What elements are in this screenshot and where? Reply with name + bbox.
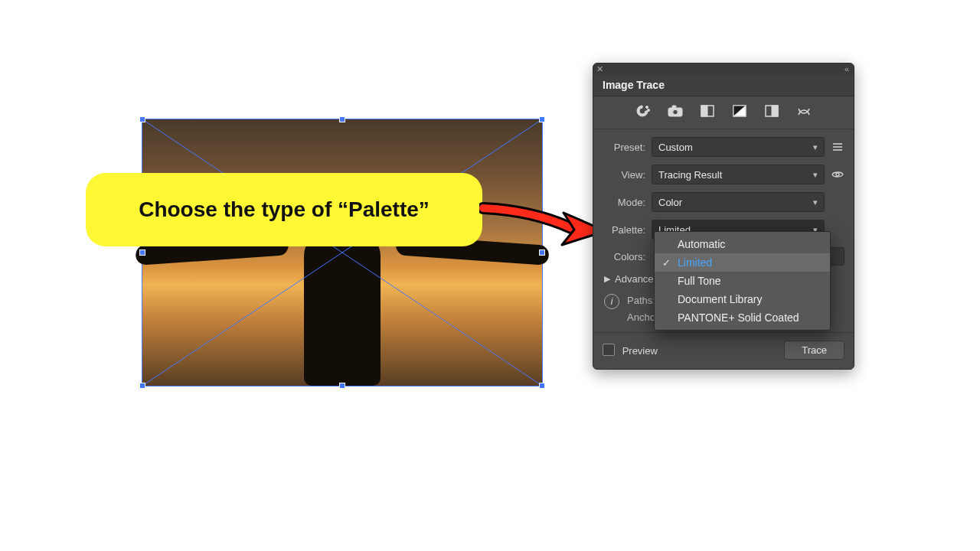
check-icon: ✓ — [662, 257, 671, 269]
autocolor-icon[interactable] — [635, 104, 651, 118]
svg-point-15 — [836, 173, 839, 176]
selection-handle-bottom-right[interactable] — [540, 383, 544, 388]
palette-label: Palette: — [603, 224, 645, 236]
palette-option-label: Automatic — [678, 238, 725, 250]
palette-option[interactable]: ✓Limited — [655, 253, 830, 272]
paths-label: Paths: — [627, 295, 655, 306]
palette-option[interactable]: PANTONE+ Solid Coated — [655, 308, 830, 327]
panel-title-label: Image Trace — [603, 79, 665, 91]
palette-option-label: Document Library — [678, 293, 763, 305]
checkbox-box[interactable] — [603, 344, 615, 356]
palette-option[interactable]: Document Library — [655, 290, 830, 308]
trace-preset-icons-row — [593, 96, 854, 129]
mode-select[interactable]: Color ▾ — [652, 192, 825, 212]
annotation-callout-text: Choose the type of “Palette” — [139, 197, 430, 222]
selection-cross-lines — [142, 119, 542, 386]
preview-checkbox[interactable]: Preview — [603, 344, 658, 357]
trace-button[interactable]: Trace — [784, 341, 844, 360]
selection-handle-top-center[interactable] — [340, 117, 345, 122]
view-label: View: — [603, 169, 645, 181]
panel-title-tab[interactable]: Image Trace — [593, 74, 854, 96]
view-select-value: Tracing Result — [658, 169, 722, 181]
palette-dropdown[interactable]: Automatic✓LimitedFull ToneDocument Libra… — [654, 231, 831, 331]
palette-option[interactable]: Automatic — [655, 235, 830, 253]
selection-handle-middle-left[interactable] — [140, 250, 145, 255]
sunburst-glow — [319, 249, 365, 295]
lineart-icon[interactable] — [796, 104, 812, 118]
image-trace-panel: ✕ « Image Trace — [593, 63, 854, 370]
camera-icon[interactable] — [668, 104, 683, 118]
mode-select-value: Color — [658, 197, 682, 208]
palette-option[interactable]: Full Tone — [655, 272, 830, 290]
close-panel-button[interactable]: ✕ — [596, 64, 603, 74]
blackwhite-icon[interactable] — [732, 104, 747, 118]
palette-option-label: PANTONE+ Solid Coated — [678, 311, 799, 324]
selection-handle-middle-right[interactable] — [540, 250, 544, 255]
colors-label: Colors: — [603, 251, 645, 262]
svg-point-2 — [646, 106, 648, 109]
mode-label: Mode: — [603, 197, 645, 208]
chevron-right-icon: ▶ — [604, 274, 610, 284]
view-select[interactable]: Tracing Result ▾ — [652, 165, 825, 184]
trace-button-label: Trace — [802, 344, 827, 356]
preset-select-value: Custom — [658, 142, 693, 153]
preview-label: Preview — [622, 345, 658, 357]
palette-option-label: Full Tone — [678, 275, 721, 287]
chevron-down-icon: ▾ — [813, 142, 818, 152]
svg-line-0 — [142, 119, 542, 386]
palette-option-label: Limited — [678, 256, 712, 269]
panel-topbar: ✕ « — [593, 64, 854, 74]
grayscale-icon[interactable] — [700, 104, 715, 118]
preset-label: Preset: — [603, 142, 645, 153]
collapse-panel-button[interactable]: « — [844, 64, 849, 74]
selection-handle-top-right[interactable] — [540, 117, 544, 122]
info-icon: i — [604, 294, 619, 309]
chevron-down-icon: ▾ — [813, 170, 818, 180]
selection-handle-top-left[interactable] — [140, 117, 145, 122]
outline-icon[interactable] — [764, 104, 779, 118]
svg-rect-8 — [701, 106, 707, 116]
svg-point-5 — [673, 109, 678, 114]
annotation-callout: Choose the type of “Palette” — [86, 173, 482, 246]
selection-handle-bottom-left[interactable] — [140, 383, 145, 388]
colors-value-box[interactable] — [829, 247, 844, 266]
eye-icon[interactable] — [831, 168, 844, 181]
chevron-down-icon: ▾ — [813, 197, 818, 207]
preset-menu-icon[interactable] — [831, 141, 844, 153]
advanced-label: Advanced — [615, 273, 659, 285]
preset-select[interactable]: Custom ▾ — [652, 137, 825, 157]
svg-rect-6 — [672, 106, 676, 108]
selection-handle-bottom-center[interactable] — [340, 383, 345, 388]
svg-line-1 — [142, 119, 542, 386]
svg-rect-11 — [772, 106, 778, 116]
svg-point-3 — [648, 109, 650, 112]
canvas-selected-image[interactable] — [142, 119, 542, 386]
